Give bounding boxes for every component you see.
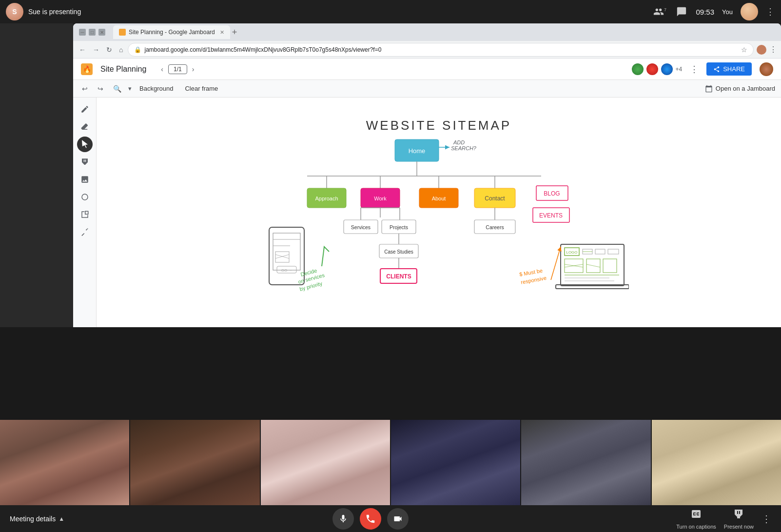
back-button[interactable]: ← [77, 44, 88, 56]
time-display: 09:53 [696, 8, 715, 16]
svg-rect-1 [85, 211, 88, 214]
svg-text:LOGO: LOGO [566, 250, 577, 255]
top-more-options[interactable]: ⋮ [766, 6, 775, 17]
participant-photo-2 [130, 420, 259, 505]
participant-photo-4 [391, 420, 520, 505]
svg-text:Approach: Approach [315, 196, 338, 201]
presenter-info: S Sue is presenting [6, 3, 81, 20]
right-controls: Turn on captions Present now ⋮ [676, 508, 771, 530]
maximize-button[interactable]: □ [89, 29, 96, 36]
meeting-left-sidebar [0, 23, 73, 327]
laser-pointer-tool[interactable] [77, 224, 93, 240]
tab-favicon [119, 29, 126, 36]
svg-line-64 [586, 264, 600, 267]
forward-button[interactable]: → [91, 44, 101, 56]
bookmark-icon[interactable]: ☆ [741, 46, 747, 54]
page-indicator: 1/1 [168, 64, 187, 74]
more-options-button[interactable]: ⋮ [761, 513, 771, 525]
sticky-note-tool[interactable] [77, 154, 93, 170]
present-now-icon [733, 508, 744, 522]
tab-close-button[interactable]: ✕ [220, 29, 224, 36]
collaborator-avatar-1 [631, 62, 644, 76]
svg-text:Projects: Projects [390, 224, 408, 230]
undo-button[interactable]: ↩ [79, 83, 91, 94]
image-tool[interactable] [77, 172, 93, 187]
svg-text:Work: Work [374, 196, 387, 201]
pen-tool[interactable] [77, 101, 93, 117]
presenter-name: Sue is presenting [28, 8, 81, 16]
lock-icon: 🔒 [134, 46, 141, 53]
meeting-details-label: Meeting details [10, 515, 56, 523]
address-bar[interactable]: 🔒 jamboard.google.com/d/1bwlanmc5m4Wmjlc… [128, 43, 754, 57]
participants-icon[interactable]: 7 [653, 5, 667, 19]
extension-icon[interactable] [757, 45, 766, 55]
new-tab-button[interactable]: + [232, 28, 237, 37]
svg-text:WEBSITE SITEMAP: WEBSITE SITEMAP [366, 118, 511, 133]
top-right-controls: 7 09:53 You ⋮ [653, 3, 775, 20]
meeting-details-button[interactable]: Meeting details ▲ [10, 515, 64, 523]
jamboard-content-area: WEBSITE SITEMAP Home ADD SEARCH? [73, 98, 781, 327]
participant-tile-6 [652, 420, 781, 505]
chevron-up-icon: ▲ [59, 515, 64, 522]
window-controls: ─ □ ✕ [79, 29, 105, 36]
participant-tile-5 [521, 420, 651, 505]
participant-photo-1 [0, 420, 129, 505]
participant-tile-1 [0, 420, 130, 505]
svg-text:ADD: ADD [453, 139, 465, 145]
open-jamboard-label: Open on a Jamboard [716, 85, 775, 92]
svg-text:EVENTS: EVENTS [539, 212, 563, 219]
minimize-button[interactable]: ─ [79, 29, 86, 36]
svg-text:SEARCH?: SEARCH? [451, 145, 477, 151]
home-button[interactable]: ⌂ [117, 44, 125, 56]
more-collaborators: +4 [676, 66, 683, 73]
svg-text:About: About [432, 196, 446, 201]
participant-tile-3 [261, 420, 391, 505]
jamboard-more-button[interactable]: ⋮ [690, 64, 699, 75]
top-bar: S Sue is presenting 7 09:53 You ⋮ [0, 0, 781, 23]
jamboard-canvas[interactable]: WEBSITE SITEMAP Home ADD SEARCH? [97, 98, 781, 327]
present-now-label: Present now [724, 524, 754, 530]
browser-more-button[interactable]: ⋮ [769, 45, 777, 54]
share-label: SHARE [723, 65, 745, 73]
tab-title: Site Planning - Google Jamboard [129, 29, 215, 36]
eraser-tool[interactable] [77, 119, 93, 135]
svg-text:Careers: Careers [486, 224, 504, 230]
jamboard-toolbar: 🔥 Site Planning ‹ 1/1 › +4 ⋮ SHARE [73, 59, 781, 80]
shape-tool[interactable] [77, 189, 93, 205]
camera-button[interactable] [387, 508, 409, 530]
redo-button[interactable]: ↪ [95, 83, 106, 94]
next-frame-button[interactable]: › [189, 63, 197, 75]
presenter-avatar: S [6, 3, 23, 20]
turn-on-captions-button[interactable]: Turn on captions [676, 508, 716, 530]
svg-text:Home: Home [409, 147, 426, 155]
background-button[interactable]: Background [136, 83, 177, 94]
jamboard-user-avatar[interactable] [760, 62, 773, 76]
tab-bar: Site Planning - Google Jamboard ✕ + [113, 25, 775, 39]
jamboard-secondary-toolbar: ↩ ↪ 🔍 ▾ Background Clear frame Open on a… [73, 80, 781, 98]
end-call-button[interactable] [360, 508, 381, 530]
call-controls [332, 508, 409, 530]
svg-text:Contact: Contact [485, 195, 505, 202]
svg-rect-47 [275, 252, 289, 262]
select-tool[interactable] [77, 137, 93, 152]
participant-tile-2 [130, 420, 260, 505]
active-tab[interactable]: Site Planning - Google Jamboard ✕ [113, 25, 230, 39]
reload-button[interactable]: ↻ [104, 44, 114, 56]
prev-frame-button[interactable]: ‹ [158, 63, 166, 75]
participant-photo-6 [652, 420, 781, 505]
zoom-button[interactable]: 🔍 [110, 83, 124, 94]
microphone-button[interactable] [332, 508, 354, 530]
user-avatar[interactable] [741, 3, 758, 20]
svg-text:BLOG: BLOG [544, 190, 560, 197]
svg-text:Case Studies: Case Studies [384, 249, 413, 255]
chat-icon[interactable] [675, 5, 688, 19]
open-on-jamboard-button[interactable]: Open on a Jamboard [705, 85, 775, 93]
close-button[interactable]: ✕ [98, 29, 105, 36]
text-box-tool[interactable] [77, 207, 93, 222]
share-button[interactable]: SHARE [706, 62, 752, 76]
present-now-button[interactable]: Present now [724, 508, 754, 530]
captions-label: Turn on captions [676, 524, 716, 530]
clear-frame-button[interactable]: Clear frame [181, 83, 222, 94]
svg-text:CLIENTS: CLIENTS [386, 273, 411, 280]
browser-navbar: ← → ↻ ⌂ 🔒 jamboard.google.com/d/1bwlanmc… [73, 41, 781, 59]
